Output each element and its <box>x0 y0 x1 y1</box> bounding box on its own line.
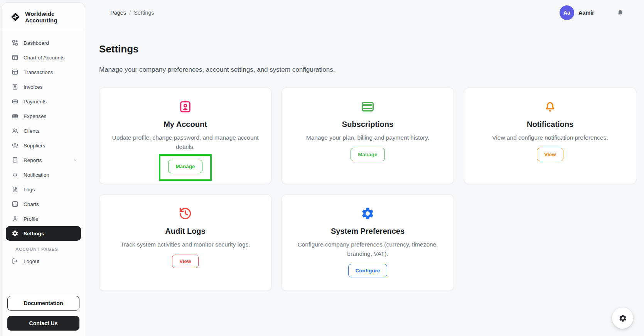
breadcrumb-separator: / <box>129 10 131 16</box>
breadcrumb: Pages / Settings <box>110 10 154 16</box>
banknote-icon <box>12 113 19 120</box>
logout-icon <box>12 258 19 265</box>
breadcrumb-current: Settings <box>134 10 154 16</box>
sidebar-item-label: Suppliers <box>24 143 45 149</box>
sidebar: Worldwide Accounting Dashboard Chart of … <box>2 2 85 336</box>
banknote-icon <box>12 98 19 105</box>
sidebar-item-suppliers[interactable]: Suppliers <box>6 138 81 153</box>
card-description: Track system activities and monitor secu… <box>120 240 250 249</box>
sidebar-item-label: Expenses <box>24 113 46 119</box>
topbar-right: Aa Aamir <box>560 5 624 20</box>
system-preferences-configure-button[interactable]: Configure <box>348 264 388 277</box>
annotation-highlight-box: Manage <box>159 154 211 181</box>
page-subtitle: Manage your company preferences, account… <box>99 66 644 74</box>
bell-icon[interactable] <box>617 9 624 17</box>
sidebar-item-logout[interactable]: Logout <box>6 254 81 268</box>
card-title: Subscriptions <box>342 120 393 129</box>
spacer <box>2 268 85 296</box>
file-icon <box>12 186 19 193</box>
settings-cards-grid: My Account Update profile, change passwo… <box>99 88 637 291</box>
sidebar-item-chart-of-accounts[interactable]: Chart of Accounts <box>6 50 81 65</box>
person-icon <box>12 215 19 222</box>
sidebar-item-label: Logs <box>24 187 35 192</box>
sidebar-item-profile[interactable]: Profile <box>6 211 81 226</box>
sidebar-item-label: Settings <box>24 231 44 236</box>
sidebar-item-logs[interactable]: Logs <box>6 182 81 197</box>
gear-icon <box>619 314 627 322</box>
credit-card-icon <box>361 100 375 114</box>
card-title: Audit Logs <box>165 227 205 236</box>
card-subscriptions: Subscriptions Manage your plan, billing … <box>282 88 454 184</box>
brand: Worldwide Accounting <box>2 3 85 30</box>
sidebar-item-notification[interactable]: Notification <box>6 167 81 182</box>
sidebar-item-clients[interactable]: Clients <box>6 123 81 138</box>
card-notifications: Notifications View and configure notific… <box>464 88 636 184</box>
sidebar-item-dashboard[interactable]: Dashboard <box>6 35 81 50</box>
brand-name: Worldwide Accounting <box>25 10 79 24</box>
bell-icon <box>12 171 19 178</box>
card-system-preferences: System Preferences Configure company pre… <box>282 194 454 291</box>
dashboard-icon <box>12 39 19 46</box>
user-name: Aamir <box>578 10 594 16</box>
breadcrumb-root[interactable]: Pages <box>110 10 126 16</box>
subscriptions-manage-button[interactable]: Manage <box>351 148 384 161</box>
history-icon <box>178 206 192 221</box>
invoice-icon <box>12 83 19 90</box>
sidebar-item-label: Clients <box>24 128 39 134</box>
card-my-account: My Account Update profile, change passwo… <box>99 88 271 184</box>
id-badge-icon <box>178 100 192 114</box>
sidebar-item-invoices[interactable]: Invoices <box>6 79 81 94</box>
card-description: Configure company preferences (currency,… <box>291 240 444 258</box>
sidebar-item-expenses[interactable]: Expenses <box>6 109 81 123</box>
chart-icon <box>12 201 19 208</box>
gear-icon <box>12 230 19 237</box>
sidebar-item-label: Notification <box>24 172 49 178</box>
card-audit-logs: Audit Logs Track system activities and m… <box>99 194 271 291</box>
contact-us-button[interactable]: Contact Us <box>7 316 79 331</box>
documentation-button[interactable]: Documentation <box>7 296 79 311</box>
sidebar-item-label: Charts <box>24 201 39 207</box>
chevron-down-icon <box>72 157 78 163</box>
notifications-view-button[interactable]: View <box>537 148 563 161</box>
page-title: Settings <box>99 43 644 55</box>
clients-icon <box>12 127 19 134</box>
sidebar-item-label: Profile <box>24 216 38 222</box>
sidebar-item-label: Logout <box>24 258 39 264</box>
card-title: System Preferences <box>331 227 405 236</box>
sidebar-item-label: Payments <box>24 99 47 105</box>
bell-icon <box>543 100 557 114</box>
sidebar-item-payments[interactable]: Payments <box>6 94 81 109</box>
sidebar-item-label: Reports <box>24 157 42 163</box>
sidebar-item-label: Dashboard <box>24 40 49 46</box>
settings-fab-button[interactable] <box>612 307 633 329</box>
sidebar-item-label: Transactions <box>24 69 53 75</box>
sidebar-item-transactions[interactable]: Transactions <box>6 65 81 79</box>
sidebar-item-reports[interactable]: Reports <box>6 153 81 167</box>
audit-logs-view-button[interactable]: View <box>172 255 199 268</box>
gear-icon <box>361 206 375 221</box>
sidebar-item-label: Chart of Accounts <box>24 55 65 61</box>
table-icon <box>12 54 19 61</box>
sidebar-item-label: Invoices <box>24 84 43 90</box>
avatar[interactable]: Aa <box>560 5 574 20</box>
sidebar-section-label: ACCOUNT PAGES <box>15 247 81 252</box>
card-title: Notifications <box>527 120 573 129</box>
sidebar-item-charts[interactable]: Charts <box>6 197 81 211</box>
sidebar-nav: Dashboard Chart of Accounts Transactions… <box>2 30 85 268</box>
card-description: Manage your plan, billing and payment hi… <box>306 133 429 142</box>
suppliers-icon <box>12 142 19 149</box>
card-description: Update profile, change password, and man… <box>109 133 262 152</box>
brand-logo-icon <box>10 12 20 22</box>
sidebar-item-settings[interactable]: Settings <box>6 226 81 241</box>
table-icon <box>12 69 19 76</box>
my-account-manage-button[interactable]: Manage <box>168 160 202 173</box>
card-description: View and configure notification preferen… <box>492 133 608 142</box>
topbar: Pages / Settings Aa Aamir <box>86 0 644 20</box>
report-icon <box>12 157 19 164</box>
card-title: My Account <box>164 120 207 129</box>
main-content: Pages / Settings Aa Aamir Settings Manag… <box>86 0 644 336</box>
